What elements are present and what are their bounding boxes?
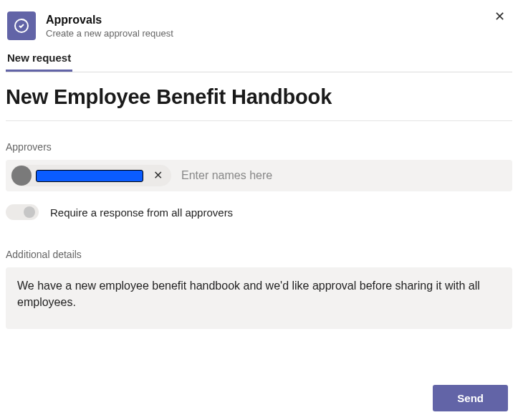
approvals-app-icon — [7, 11, 36, 40]
tab-new-request[interactable]: New request — [6, 47, 72, 72]
divider — [6, 120, 512, 121]
dialog-content: New Employee Benefit Handbook Approvers … — [0, 85, 518, 329]
toggle-knob — [24, 206, 35, 218]
header-text: Approvals Create a new approval request — [46, 14, 173, 39]
redacted-name — [36, 170, 143, 182]
divider — [6, 72, 512, 72]
approver-chip[interactable]: ✕ — [11, 165, 171, 186]
tab-bar: New request — [0, 47, 518, 72]
require-all-row: Require a response from all approvers — [6, 204, 512, 220]
dialog-header: Approvals Create a new approval request … — [0, 0, 518, 47]
dialog-footer: Send — [433, 385, 508, 411]
request-title: New Employee Benefit Handbook — [6, 85, 512, 109]
approvers-label: Approvers — [6, 141, 512, 153]
send-button[interactable]: Send — [433, 385, 508, 411]
app-subtitle: Create a new approval request — [46, 28, 173, 39]
app-title: Approvals — [46, 14, 173, 27]
remove-approver-button[interactable]: ✕ — [150, 167, 166, 184]
approvers-input-row[interactable]: ✕ — [6, 160, 512, 191]
close-icon: ✕ — [153, 169, 163, 181]
approvers-input[interactable] — [177, 166, 505, 185]
details-textarea[interactable]: We have a new employee benefit handbook … — [6, 267, 512, 329]
require-all-toggle[interactable] — [6, 204, 39, 220]
require-all-label: Require a response from all approvers — [50, 206, 233, 219]
avatar — [11, 166, 32, 186]
close-button[interactable]: ✕ — [491, 7, 508, 26]
details-label: Additional details — [6, 249, 512, 260]
close-icon: ✕ — [494, 9, 505, 24]
